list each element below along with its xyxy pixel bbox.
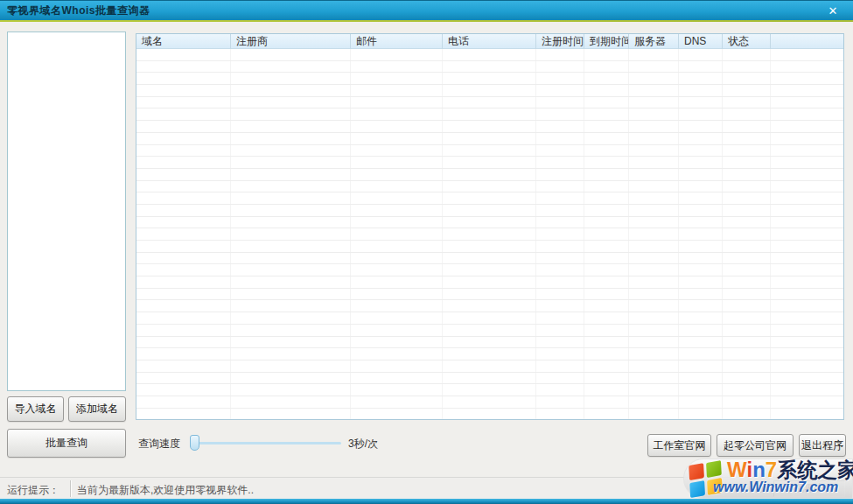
table-row [136,217,843,229]
table-row [136,312,843,325]
add-domains-button[interactable]: 添加域名 [68,396,126,422]
status-separator [70,480,71,497]
table-row [136,253,843,265]
table-row [136,360,843,373]
table-row [136,325,843,337]
close-button[interactable]: ✕ [823,4,843,18]
table-row [136,289,843,301]
column-header-8[interactable]: 状态 [723,34,771,49]
win7-watermark: Win7系统之家 www.Winwin7.com [682,456,853,500]
status-message: 当前为最新版本,欢迎使用零视界软件.. [77,483,254,498]
column-header-2[interactable]: 邮件 [351,34,443,49]
table-row [136,85,843,97]
table-row [136,73,843,85]
title-bar: 零视界域名Whois批量查询器 ✕ [0,0,853,20]
table-row [136,205,843,217]
table-row [136,192,843,205]
table-body [136,49,843,420]
column-header-3[interactable]: 电话 [443,34,536,49]
column-header-6[interactable]: 服务器 [629,34,679,49]
watermark-win7-letters: Win7 [727,458,777,481]
table-row [136,348,843,360]
column-header-0[interactable]: 域名 [136,34,231,49]
table-row [136,49,843,61]
column-header-9[interactable] [771,34,844,49]
table-row [136,145,843,158]
speed-slider-thumb[interactable] [190,435,199,451]
table-row [136,276,843,289]
table-row [136,108,843,121]
watermark-suffix: 系统之家 [777,458,853,481]
table-row [136,121,843,133]
table-row [136,181,843,193]
table-row [136,396,843,409]
column-header-4[interactable]: 注册时间 [536,34,584,49]
table-row [136,264,843,276]
table-row [136,228,843,241]
column-header-7[interactable]: DNS [679,34,723,49]
close-icon: ✕ [829,4,838,18]
column-header-5[interactable]: 到期时间 [584,34,629,49]
table-row [136,409,843,420]
domain-list-input[interactable] [7,32,126,391]
whois-results-table: 域名注册商邮件电话注册时间到期时间服务器DNS状态 [136,33,844,420]
column-header-1[interactable]: 注册商 [231,34,351,49]
studio-website-button[interactable]: 工作室官网 [647,434,711,457]
company-website-button[interactable]: 起零公司官网 [717,434,794,457]
table-row [136,300,843,312]
import-domains-button[interactable]: 导入域名 [7,396,64,422]
batch-query-button[interactable]: 批量查询 [7,429,126,458]
table-row [136,169,843,181]
watermark-title: Win7系统之家 [727,459,853,480]
app-window: 零视界域名Whois批量查询器 ✕ 域名注册商邮件电话注册时间到期时间服务器DN… [0,0,853,504]
window-title: 零视界域名Whois批量查询器 [7,1,150,21]
table-row [136,384,843,396]
table-row [136,133,843,145]
speed-slider-track[interactable] [194,442,341,444]
table-row [136,373,843,385]
query-speed-value: 3秒/次 [348,437,378,452]
query-speed-label: 查询速度 [138,437,180,452]
table-header: 域名注册商邮件电话注册时间到期时间服务器DNS状态 [136,34,843,49]
table-row [136,97,843,109]
exit-program-button[interactable]: 退出程序 [799,434,846,457]
table-row [136,241,843,253]
status-label: 运行提示： [7,483,59,498]
table-row [136,157,843,169]
titlebar-accent-line [0,20,853,22]
table-row [136,337,843,349]
table-row [136,61,843,74]
watermark-url: www.Winwin7.com [713,480,838,495]
